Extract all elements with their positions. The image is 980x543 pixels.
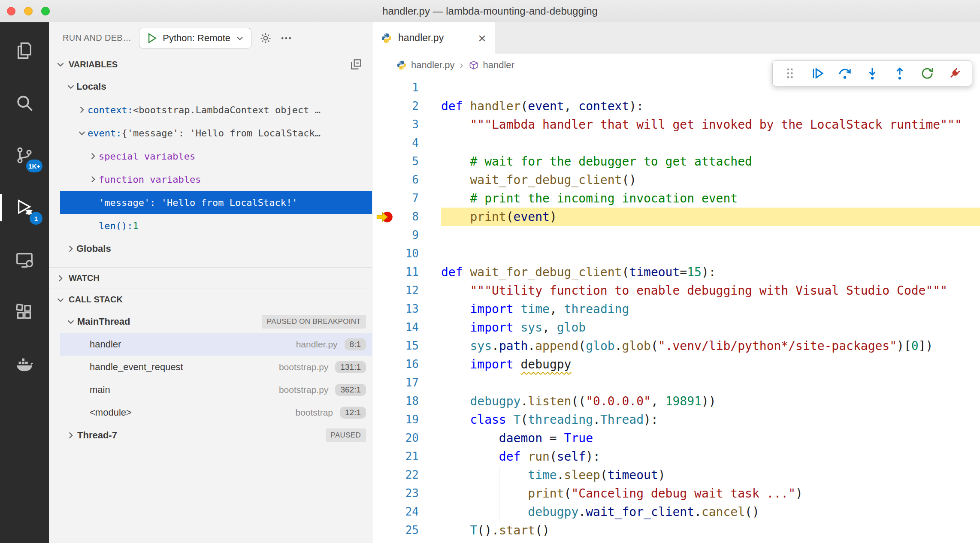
variable-row[interactable]: event: {'message': 'Hello from LocalStac… — [60, 121, 372, 145]
code-line-text — [441, 244, 980, 263]
sidebar-header: RUN AND DEB… Python: Remote — [49, 22, 372, 54]
breakpoint-margin[interactable] — [372, 484, 397, 503]
continue-button[interactable] — [807, 63, 828, 84]
token: timeout — [629, 265, 680, 279]
token: 15 — [687, 265, 702, 279]
restart-button[interactable] — [917, 63, 938, 84]
breakpoint-margin[interactable] — [372, 503, 397, 521]
line-number: 16 — [397, 355, 419, 374]
token: sys — [520, 320, 542, 335]
breadcrumb-item-handler[interactable]: handler — [469, 60, 514, 71]
start-debugging-icon[interactable] — [145, 32, 158, 45]
breakpoint-margin[interactable] — [372, 466, 397, 484]
variable-row[interactable]: Globals — [60, 237, 372, 260]
breakpoint-margin[interactable] — [372, 355, 397, 374]
breakpoint-margin[interactable] — [372, 300, 397, 318]
code-line-text: """Lambda handler that will get invoked … — [441, 115, 980, 134]
breakpoint-margin[interactable] — [372, 97, 397, 115]
breakpoint-margin[interactable] — [372, 226, 397, 244]
line-number: 3 — [397, 115, 419, 134]
breadcrumb-item-handler.py[interactable]: handler.py — [396, 60, 455, 71]
chevron-down-icon — [235, 33, 245, 43]
token: = — [680, 265, 687, 279]
frame-file: bootstrap.py — [279, 362, 329, 372]
activity-bar-item-run-and-debug[interactable]: 1 — [11, 194, 38, 221]
code-line-text: T().start() — [441, 521, 980, 540]
call-stack-section-header[interactable]: CALL STACK — [49, 289, 372, 310]
activity-bar-item-docker[interactable] — [11, 351, 38, 378]
indent-guide — [470, 447, 470, 466]
watch-section-header[interactable]: WATCH — [49, 267, 372, 289]
frame-function: handle_event_request — [90, 362, 183, 373]
thread-row-Thread-7[interactable]: Thread-7PAUSED — [60, 424, 372, 446]
token: time — [520, 302, 549, 316]
gear-icon[interactable] — [259, 32, 272, 45]
step-into-icon — [865, 66, 880, 81]
breakpoint-margin[interactable] — [372, 410, 397, 429]
breakpoint-margin[interactable] — [372, 208, 397, 226]
token — [441, 284, 470, 298]
zoom-window-button[interactable] — [41, 7, 50, 15]
breakpoint-margin[interactable] — [372, 318, 397, 337]
breakpoint-margin[interactable] — [372, 78, 397, 97]
minimize-window-button[interactable] — [24, 7, 33, 15]
disconnect-button[interactable] — [944, 63, 965, 84]
code-line-text: class T(threading.Thread): — [441, 410, 980, 429]
activity-bar-item-source-control[interactable]: 1K+ — [11, 142, 38, 169]
breakpoint-margin[interactable] — [372, 171, 397, 189]
step-over-button[interactable] — [835, 63, 855, 84]
token — [441, 394, 470, 408]
debug-config-picker[interactable]: Python: Remote — [139, 28, 251, 48]
stack-frame-row[interactable]: handlerhandler.py8:1 — [60, 333, 372, 356]
activity-bar-item-extensions[interactable] — [11, 299, 38, 326]
stack-frame-row[interactable]: mainbootstrap.py362:1 — [60, 378, 372, 401]
line-number: 24 — [397, 503, 419, 521]
token: wait_for_debug_client — [470, 173, 622, 187]
step-into-button[interactable] — [862, 63, 883, 84]
token — [441, 210, 470, 224]
close-window-button[interactable] — [7, 7, 15, 15]
toolbar-drag-handle[interactable] — [780, 63, 800, 84]
close-icon[interactable]: × — [478, 31, 486, 45]
step-out-button[interactable] — [889, 63, 910, 84]
tab-handler-py[interactable]: handler.py × — [372, 22, 495, 54]
variable-row[interactable]: function variables — [60, 168, 372, 191]
breakpoint-margin[interactable] — [372, 281, 397, 300]
breakpoint-margin[interactable] — [372, 374, 397, 392]
gutter: 15 — [372, 337, 441, 355]
breakpoint-margin[interactable] — [372, 521, 397, 540]
breakpoint-margin[interactable] — [372, 115, 397, 134]
variable-row[interactable]: special variables — [60, 145, 372, 168]
variable-row[interactable]: 'message': 'Hello from LocalStack!' — [60, 191, 372, 214]
token: import — [470, 357, 513, 371]
code-line-22: 22 time.sleep(timeout) — [372, 466, 980, 484]
activity-bar-item-remote-explorer[interactable] — [11, 246, 38, 274]
breakpoint-margin[interactable] — [372, 337, 397, 355]
variables-section-header[interactable]: VARIABLES — [49, 54, 372, 75]
gutter: 10 — [372, 244, 441, 263]
breakpoint-margin[interactable] — [372, 263, 397, 281]
code-line-25: 25 T().start() — [372, 521, 980, 540]
variable-row[interactable]: context: <bootstrap.LambdaContext object… — [60, 98, 372, 121]
variable-row[interactable]: Locals — [60, 75, 372, 98]
token: = — [542, 431, 564, 445]
breakpoint-margin[interactable] — [372, 429, 397, 447]
more-actions-icon[interactable] — [280, 32, 293, 45]
code-editor[interactable]: 12def handler(event, context):3 """Lambd… — [372, 76, 980, 543]
breakpoint-margin[interactable] — [372, 392, 397, 410]
token: ( — [651, 339, 658, 353]
token: wait_for_debug_client — [470, 265, 622, 279]
indent-guide — [470, 503, 470, 521]
breakpoint-margin[interactable] — [372, 244, 397, 263]
breakpoint-margin[interactable] — [372, 152, 397, 171]
collapse-all-icon[interactable] — [350, 58, 363, 71]
activity-bar-item-search[interactable] — [11, 89, 38, 117]
breakpoint-margin[interactable] — [372, 189, 397, 208]
breakpoint-margin[interactable] — [372, 134, 397, 152]
breakpoint-margin[interactable] — [372, 447, 397, 466]
thread-row-MainThread[interactable]: MainThreadPAUSED ON BREAKPOINT — [60, 310, 372, 333]
stack-frame-row[interactable]: <module>bootstrap12:1 — [60, 401, 372, 424]
variable-row[interactable]: len(): 1 — [60, 214, 372, 237]
stack-frame-row[interactable]: handle_event_requestbootstrap.py131:1 — [60, 356, 372, 378]
activity-bar-item-explorer[interactable] — [11, 37, 38, 64]
